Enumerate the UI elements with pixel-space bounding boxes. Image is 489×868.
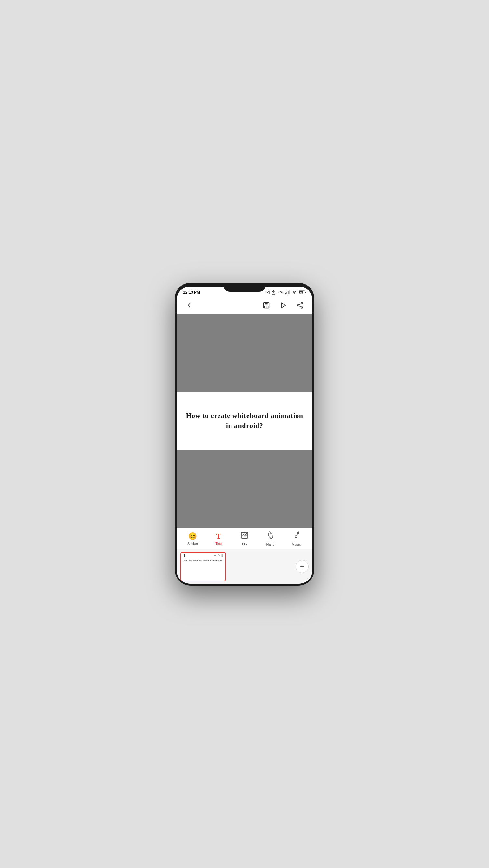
svg-rect-7: [305, 292, 306, 293]
hand-label: Hand: [266, 542, 274, 546]
slide-edit-icon[interactable]: ✏: [214, 554, 217, 557]
slide-delete-icon[interactable]: 🗑: [221, 554, 224, 557]
add-slide-icon: +: [300, 563, 304, 570]
status-icons: 4G+ 70: [265, 290, 306, 294]
svg-rect-11: [265, 303, 267, 304]
hand-tool[interactable]: Hand: [261, 531, 280, 546]
svg-marker-14: [282, 303, 286, 308]
music-tool[interactable]: Music: [287, 531, 306, 546]
text-label: Text: [215, 542, 222, 546]
save-button[interactable]: [260, 300, 272, 311]
bg-icon: [240, 532, 249, 541]
text-tool[interactable]: T Text: [209, 532, 228, 546]
screen: 12:13 PM 4G+: [176, 286, 313, 584]
svg-rect-4: [288, 291, 289, 294]
back-button[interactable]: [183, 300, 195, 311]
bottom-toolbar: 😊 Sticker T Text BG: [176, 528, 313, 549]
music-label: Music: [292, 542, 301, 546]
add-slide-button[interactable]: +: [296, 560, 308, 573]
nav-right-icons: [260, 300, 306, 311]
svg-point-13: [266, 306, 267, 307]
signal-icon: 4G+: [278, 291, 284, 294]
sticker-icon: 😊: [188, 532, 197, 540]
play-button[interactable]: [278, 300, 289, 311]
slides-strip: 1 ✏ ⧉ 🗑 v to create whitebo nimation in …: [176, 549, 313, 584]
svg-line-18: [299, 303, 301, 305]
svg-point-21: [245, 533, 247, 534]
share-button[interactable]: [294, 300, 306, 311]
status-time: 12:13 PM: [183, 290, 200, 294]
slide-1-number: 1: [183, 554, 186, 558]
svg-line-19: [299, 306, 301, 307]
hand-icon: [267, 531, 274, 541]
canvas-area: How to create whiteboard animation in an…: [176, 314, 313, 528]
slide-copy-icon[interactable]: ⧉: [218, 554, 220, 557]
slide-thumb-icons: ✏ ⧉ 🗑: [214, 554, 224, 557]
svg-rect-5: [289, 290, 290, 294]
svg-rect-3: [287, 292, 288, 294]
gray-top: [176, 314, 313, 392]
gray-bottom: [176, 450, 313, 528]
sticker-label: Sticker: [187, 542, 198, 546]
slide-1-thumbnail[interactable]: 1 ✏ ⧉ 🗑 v to create whitebo nimation in …: [181, 552, 226, 581]
bg-tool[interactable]: BG: [235, 532, 254, 546]
svg-rect-2: [286, 293, 287, 294]
bg-label: BG: [242, 542, 247, 546]
status-bar: 12:13 PM 4G+: [176, 286, 313, 297]
slide-canvas[interactable]: How to create whiteboard animation in an…: [176, 392, 313, 450]
slide-main-text: How to create whiteboard animation in an…: [183, 411, 306, 431]
svg-text:70: 70: [300, 292, 302, 294]
text-icon: T: [216, 532, 221, 540]
sticker-tool[interactable]: 😊 Sticker: [183, 532, 202, 546]
music-icon: [293, 531, 300, 541]
phone-frame: 12:13 PM 4G+: [174, 283, 315, 586]
top-nav: [176, 297, 313, 314]
